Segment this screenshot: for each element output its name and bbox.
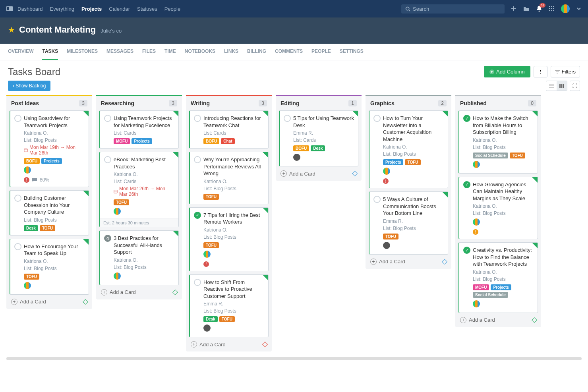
add-card-button[interactable]: +Add a Card	[366, 255, 451, 269]
tag-bofu[interactable]: BOFU	[24, 158, 40, 164]
complete-toggle[interactable]: ✓	[463, 115, 470, 122]
complete-toggle[interactable]: ✓	[463, 181, 470, 188]
nav-statuses[interactable]: Statuses	[137, 6, 157, 12]
add-card-button[interactable]: +Add a Card	[96, 285, 182, 299]
complete-toggle[interactable]	[373, 196, 381, 203]
nav-dashboard[interactable]: Dashboard	[17, 6, 43, 12]
assignee-avatar[interactable]	[473, 218, 480, 226]
tab-links[interactable]: LINKS	[224, 44, 238, 60]
complete-toggle[interactable]	[284, 115, 291, 122]
complete-toggle[interactable]: 4	[104, 235, 111, 242]
add-column-button[interactable]: Add Column	[484, 66, 530, 77]
complete-toggle[interactable]	[104, 156, 111, 163]
folder-icon[interactable]	[523, 5, 530, 12]
tab-overview[interactable]: OVERVIEW	[8, 44, 33, 60]
column-header[interactable]: Graphics2	[366, 95, 451, 110]
task-card[interactable]: ✓7 Tips for Hiring the Best Remote Worke…	[189, 207, 269, 271]
assignee-avatar[interactable]	[293, 154, 300, 161]
nav-projects[interactable]: Projects	[81, 6, 102, 12]
grid-icon[interactable]	[548, 5, 555, 12]
complete-toggle[interactable]: ✓	[194, 212, 201, 219]
complete-toggle[interactable]	[194, 279, 201, 286]
tag-socialschedule[interactable]: Social Schedule	[473, 153, 508, 158]
task-card[interactable]: Introducing Reactions for Teamwork ChatL…	[189, 110, 269, 149]
tab-milestones[interactable]: MILESTONES	[67, 44, 98, 60]
task-card[interactable]: 5 Tips for Using Teamwork DeskEmma R.Lis…	[279, 110, 358, 166]
column-header[interactable]: Published0	[455, 95, 541, 110]
task-card[interactable]: Why You're Approaching Performance Revie…	[189, 152, 269, 204]
task-card[interactable]: 5 Ways A Culture of Communication Boosts…	[369, 191, 448, 255]
tab-tasks[interactable]: TASKS	[42, 44, 58, 60]
column-header[interactable]: Writing3	[186, 95, 272, 110]
column-header[interactable]: Editing1	[276, 95, 362, 110]
tag-tofu[interactable]: TOFU	[203, 242, 219, 248]
tag-socialschedule[interactable]: Social Schedule	[473, 292, 508, 298]
bell-icon[interactable]: 61	[536, 5, 543, 12]
tab-files[interactable]: FILES	[142, 44, 156, 60]
task-card[interactable]: How to Turn Your Newsletter into a Custo…	[369, 110, 448, 188]
task-card[interactable]: Building Customer Obsession into Your Co…	[10, 190, 89, 236]
chevron-down-icon[interactable]	[575, 5, 582, 12]
complete-toggle[interactable]	[373, 115, 381, 122]
assignee-avatar[interactable]	[114, 208, 121, 215]
tag-desk[interactable]: Desk	[311, 145, 325, 151]
complete-toggle[interactable]: ✓	[463, 247, 470, 254]
assignee-avatar[interactable]	[473, 300, 480, 307]
task-card[interactable]: 43 Best Practices for Successful All-Han…	[99, 230, 179, 285]
assignee-avatar[interactable]	[114, 272, 121, 280]
search-input[interactable]	[413, 6, 501, 12]
global-search[interactable]	[401, 4, 505, 14]
tag-tofu[interactable]: TOFU	[24, 274, 39, 280]
assignee-avatar[interactable]	[383, 242, 390, 249]
task-card[interactable]: ✓How to Make the Switch from Billable Ho…	[458, 110, 538, 174]
add-card-button[interactable]: +Add a Card	[6, 295, 92, 309]
add-icon[interactable]	[510, 5, 517, 12]
tag-mofu[interactable]: MOFU	[473, 284, 489, 290]
complete-toggle[interactable]	[194, 115, 201, 122]
tab-time[interactable]: TIME	[164, 44, 176, 60]
tag-projects[interactable]: Projects	[383, 159, 403, 165]
assignee-avatar[interactable]	[24, 166, 31, 174]
tag-tofu[interactable]: TOFU	[114, 199, 129, 205]
assignee-avatar[interactable]	[203, 324, 211, 332]
tag-tofu[interactable]: TOFU	[40, 225, 55, 231]
nav-everything[interactable]: Everything	[50, 6, 74, 12]
tag-projects[interactable]: Projects	[41, 158, 62, 164]
add-card-button[interactable]: +Add a Card	[455, 313, 541, 327]
filters-button[interactable]: Filters	[551, 66, 580, 77]
tab-settings[interactable]: SETTINGS	[340, 44, 364, 60]
tag-desk[interactable]: Desk	[24, 225, 38, 231]
list-view-icon[interactable]	[546, 81, 557, 91]
user-avatar[interactable]	[561, 4, 570, 13]
tag-tofu[interactable]: TOFU	[510, 153, 525, 158]
star-icon[interactable]: ★	[8, 25, 15, 35]
tag-projects[interactable]: Projects	[491, 284, 511, 290]
column-header[interactable]: Researching3	[96, 95, 182, 110]
nav-people[interactable]: People	[164, 6, 180, 12]
complete-toggle[interactable]	[14, 195, 21, 202]
show-backlog-button[interactable]: › Show Backlog	[8, 81, 50, 91]
horizontal-scrollbar[interactable]	[6, 357, 582, 360]
more-button[interactable]: ⋮	[534, 66, 547, 77]
tag-tofu[interactable]: TOFU	[203, 194, 219, 200]
tab-billing[interactable]: BILLING	[247, 44, 266, 60]
task-card[interactable]: How to Shift From Reactive to Proactive …	[189, 274, 269, 338]
add-card-button[interactable]: +Add a Card	[276, 166, 362, 181]
tag-tofu[interactable]: TOFU	[405, 159, 420, 165]
tag-bofu[interactable]: BOFU	[293, 145, 309, 151]
tag-tofu[interactable]: TOFU	[383, 234, 398, 239]
complete-toggle[interactable]	[104, 115, 111, 122]
add-card-button[interactable]: +Add a Card	[186, 337, 272, 351]
tag-mofu[interactable]: MOFU	[114, 138, 130, 144]
nav-calendar[interactable]: Calendar	[109, 6, 130, 12]
expand-icon[interactable]	[570, 81, 580, 91]
assignee-avatar[interactable]	[383, 168, 390, 175]
task-card[interactable]: Using Boardview for Teamwork ProjectsKat…	[10, 110, 89, 187]
tag-tofu[interactable]: TOFU	[219, 316, 235, 322]
tab-people[interactable]: PEOPLE	[311, 44, 331, 60]
task-card[interactable]: eBook: Marketing Best PracticesKatriona …	[99, 152, 179, 227]
complete-toggle[interactable]	[14, 115, 21, 122]
tab-messages[interactable]: MESSAGES	[106, 44, 133, 60]
task-card[interactable]: ✓Creativity vs. Productivity: How to Fin…	[458, 242, 538, 313]
task-card[interactable]: Using Teamwork Projects for Marketing Ex…	[99, 110, 179, 149]
